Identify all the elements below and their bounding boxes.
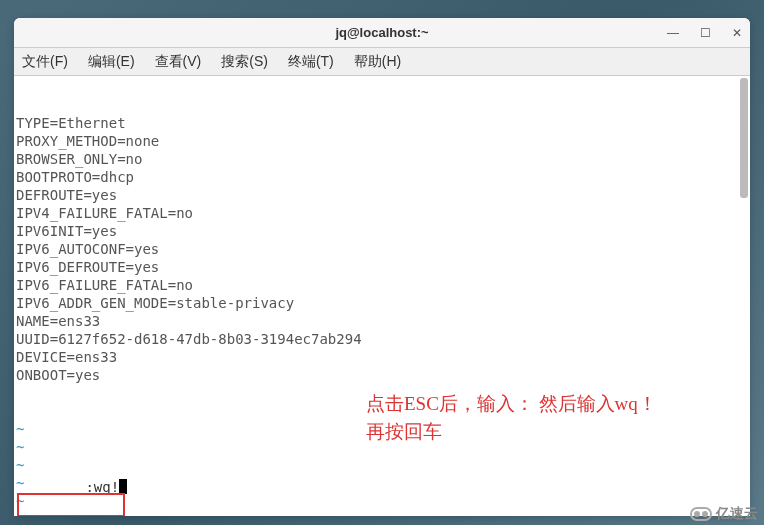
config-line: BOOTPROTO=dhcp: [16, 168, 738, 186]
terminal-window: jq@localhost:~ — ☐ ✕ 文件(F) 编辑(E) 查看(V) 搜…: [14, 18, 750, 516]
annotation-line2: 再按回车: [366, 418, 657, 446]
menu-edit[interactable]: 编辑(E): [84, 51, 139, 73]
menu-help[interactable]: 帮助(H): [350, 51, 405, 73]
annotation-line1: 点击ESC后，输入： 然后输入wq！: [366, 390, 657, 418]
window-controls: — ☐ ✕: [664, 18, 746, 48]
config-line: BROWSER_ONLY=no: [16, 150, 738, 168]
terminal-content: TYPE=EthernetPROXY_METHOD=noneBROWSER_ON…: [16, 78, 738, 516]
config-line: IPV4_FAILURE_FATAL=no: [16, 204, 738, 222]
close-button[interactable]: ✕: [728, 24, 746, 42]
minimize-button[interactable]: —: [664, 24, 682, 42]
titlebar: jq@localhost:~ — ☐ ✕: [14, 18, 750, 48]
watermark-icon: [690, 507, 712, 521]
config-line: IPV6_FAILURE_FATAL=no: [16, 276, 738, 294]
annotation-text: 点击ESC后，输入： 然后输入wq！ 再按回车: [366, 390, 657, 446]
config-line: NAME=ens33: [16, 312, 738, 330]
watermark: 亿速云: [690, 505, 758, 523]
config-line: DEVICE=ens33: [16, 348, 738, 366]
config-line: ONBOOT=yes: [16, 366, 738, 384]
config-line: IPV6_AUTOCONF=yes: [16, 240, 738, 258]
command-highlight-box: [17, 493, 125, 516]
menubar: 文件(F) 编辑(E) 查看(V) 搜索(S) 终端(T) 帮助(H): [14, 48, 750, 76]
menu-terminal[interactable]: 终端(T): [284, 51, 338, 73]
terminal-area[interactable]: TYPE=EthernetPROXY_METHOD=noneBROWSER_ON…: [14, 76, 750, 516]
scrollbar[interactable]: [740, 78, 748, 198]
config-line: UUID=6127f652-d618-47db-8b03-3194ec7ab29…: [16, 330, 738, 348]
vim-command-line[interactable]: :wq!: [18, 442, 127, 514]
vim-command-text: :wq!: [85, 479, 119, 495]
maximize-button[interactable]: ☐: [696, 24, 714, 42]
config-line: IPV6_ADDR_GEN_MODE=stable-privacy: [16, 294, 738, 312]
config-line: DEFROUTE=yes: [16, 186, 738, 204]
config-line: PROXY_METHOD=none: [16, 132, 738, 150]
config-line: IPV6_DEFROUTE=yes: [16, 258, 738, 276]
watermark-text: 亿速云: [716, 505, 758, 523]
config-line: TYPE=Ethernet: [16, 114, 738, 132]
menu-search[interactable]: 搜索(S): [217, 51, 272, 73]
cursor: [119, 479, 127, 494]
menu-file[interactable]: 文件(F): [18, 51, 72, 73]
config-line: IPV6INIT=yes: [16, 222, 738, 240]
window-title: jq@localhost:~: [335, 25, 428, 40]
menu-view[interactable]: 查看(V): [151, 51, 206, 73]
